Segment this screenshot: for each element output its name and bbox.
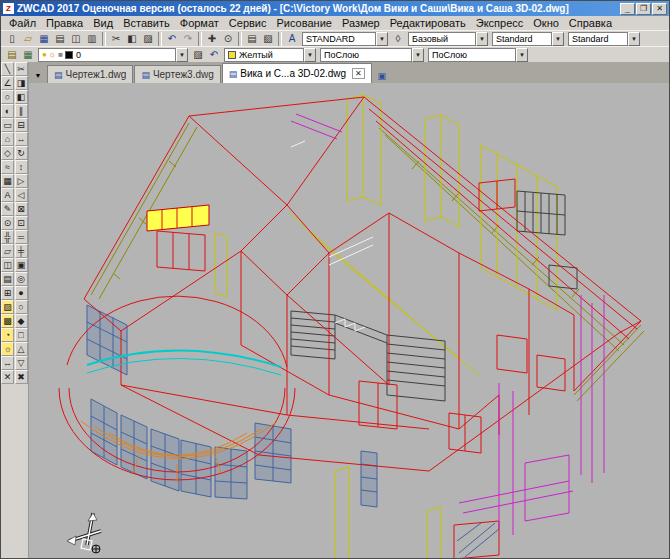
menu-item-dimension[interactable]: Размер (337, 17, 385, 29)
tool-ray-icon[interactable]: ∠ (1, 76, 14, 90)
close-button[interactable]: ✕ (652, 3, 667, 15)
separator[interactable] (278, 32, 282, 46)
tool-break-icon[interactable]: ⊡ (15, 216, 28, 230)
separator[interactable] (198, 32, 202, 46)
tool-trim-icon[interactable]: ◁ (15, 188, 28, 202)
layer-manager-icon[interactable]: ▤ (4, 48, 20, 62)
match-properties-icon[interactable]: ▧ (260, 32, 276, 46)
tool-table-icon[interactable]: ◫ (1, 258, 14, 272)
menu-item-insert[interactable]: Вставить (118, 17, 175, 29)
tool-scale-icon[interactable]: ↕ (15, 160, 28, 174)
tool-move-icon[interactable]: ↔ (15, 132, 28, 146)
tool-delete-icon[interactable]: ✖ (15, 370, 28, 384)
text-style-icon[interactable]: A (284, 32, 300, 46)
redo-icon[interactable]: ↷ (180, 32, 196, 46)
print-preview-icon[interactable]: ◫ (68, 32, 84, 46)
tab-drawing3[interactable]: ▤ Чертеж3.dwg (134, 65, 220, 83)
tool-hatch-icon[interactable]: ▦ (1, 174, 14, 188)
separator[interactable] (158, 32, 162, 46)
tool-offset-icon[interactable]: ∥ (15, 104, 28, 118)
tab-active-drawing[interactable]: ▤ Вика и С...а 3D-02.dwg ✕ (222, 63, 372, 83)
tab-drawing1[interactable]: ▤ Чертеж1.dwg (47, 65, 133, 83)
chevron-down-icon[interactable]: ▼ (176, 48, 188, 62)
tool-line-icon[interactable]: ╲ (1, 62, 14, 76)
tool-copy-icon[interactable]: ◨ (15, 76, 28, 90)
tool-light-icon[interactable]: ☼ (1, 342, 14, 356)
tool-pedit-icon[interactable]: ● (15, 286, 28, 300)
tool-sketch-icon[interactable]: ✎ (1, 202, 14, 216)
layer-previous-icon[interactable]: ↶ (206, 48, 222, 62)
tool-align-icon[interactable]: ↔ (1, 356, 14, 370)
tool-xline-icon[interactable]: ╬ (1, 230, 14, 244)
dim-style-icon[interactable]: ◊ (390, 32, 406, 46)
layer-combobox[interactable]: ● ☼ ■ 0 ▼ (38, 48, 188, 62)
cut-icon[interactable]: ✂ (108, 32, 124, 46)
pan-icon[interactable]: ✚ (204, 32, 220, 46)
separator[interactable] (102, 32, 106, 46)
color-combobox[interactable]: Желтый ▼ (224, 48, 316, 62)
paste-icon[interactable]: ▨ (140, 32, 156, 46)
tab-list-dropdown-icon[interactable]: ▼ (32, 69, 44, 83)
layer-states-icon[interactable]: ▦ (20, 48, 36, 62)
properties-icon[interactable]: ▤ (244, 32, 260, 46)
tool-rectangle-icon[interactable]: ▭ (1, 118, 14, 132)
tool-erase-icon[interactable]: ✂ (15, 62, 28, 76)
tool-join-icon[interactable]: ◎ (15, 272, 28, 286)
tool-insert-icon[interactable]: ⊞ (1, 286, 14, 300)
menu-item-draw[interactable]: Рисование (272, 17, 337, 29)
menu-item-help[interactable]: Справка (564, 17, 617, 29)
tool-polygon-icon[interactable]: ⌂ (1, 132, 14, 146)
tool-fillet-icon[interactable]: ╪ (15, 244, 28, 258)
tool-text-icon[interactable]: A (1, 188, 14, 202)
menu-item-view[interactable]: Вид (88, 17, 118, 29)
chevron-down-icon[interactable]: ▼ (476, 32, 488, 46)
tool-extend-icon[interactable]: ⊠ (15, 202, 28, 216)
chevron-down-icon[interactable]: ▼ (376, 32, 388, 46)
tool-divide-icon[interactable]: ○ (15, 300, 28, 314)
plot-icon[interactable]: ▤ (52, 32, 68, 46)
tool-point-icon[interactable]: ⊙ (1, 216, 14, 230)
menu-item-format[interactable]: Формат (175, 17, 224, 29)
tool-donut-icon[interactable]: ▽ (15, 356, 28, 370)
tool-revcloud-icon[interactable]: ◔ (1, 328, 14, 342)
save-icon[interactable]: ▦ (36, 32, 52, 46)
tool-rotate-icon[interactable]: ↻ (15, 146, 28, 160)
zoom-icon[interactable]: ⊙ (220, 32, 236, 46)
table-style-combobox[interactable]: Standard ▼ (492, 32, 564, 46)
drawing-canvas[interactable] (29, 83, 669, 558)
tool-wipeout-icon[interactable]: ▩ (1, 314, 14, 328)
tab-close-icon[interactable]: ✕ (352, 68, 365, 79)
chevron-down-icon[interactable]: ▼ (516, 48, 528, 62)
tool-circle-icon[interactable]: ○ (1, 90, 14, 104)
separator[interactable] (238, 32, 242, 46)
tool-solid-icon[interactable]: △ (15, 342, 28, 356)
copy-clip-icon[interactable]: ◧ (124, 32, 140, 46)
new-file-icon[interactable]: ▯ (4, 32, 20, 46)
tool-spline-icon[interactable]: ≈ (1, 160, 14, 174)
tool-erase2-icon[interactable]: ✕ (1, 370, 14, 384)
tool-boundary-icon[interactable]: □ (15, 328, 28, 342)
open-folder-icon[interactable]: ▱ (20, 32, 36, 46)
menu-item-file[interactable]: Файл (4, 17, 41, 29)
tool-chamfer-icon[interactable]: ═ (15, 230, 28, 244)
tool-gradient-icon[interactable]: ▨ (1, 300, 14, 314)
chevron-down-icon[interactable]: ▼ (552, 32, 564, 46)
make-object-layer-icon[interactable]: ▨ (190, 48, 206, 62)
menu-item-modify[interactable]: Редактировать (385, 17, 471, 29)
tool-stretch-icon[interactable]: ▷ (15, 174, 28, 188)
maximize-button[interactable]: ❐ (636, 3, 651, 15)
tool-array-icon[interactable]: ⊟ (15, 118, 28, 132)
undo-icon[interactable]: ↶ (164, 32, 180, 46)
chevron-down-icon[interactable]: ▼ (304, 48, 316, 62)
tool-ellipse-icon[interactable]: ◇ (1, 146, 14, 160)
tool-explode-icon[interactable]: ▣ (15, 258, 28, 272)
tool-region-icon[interactable]: ▱ (1, 244, 14, 258)
menu-item-express[interactable]: Экспресс (471, 17, 529, 29)
publish-icon[interactable]: ▥ (84, 32, 100, 46)
minimize-button[interactable]: _ (620, 3, 635, 15)
tool-arc-icon[interactable]: ◐ (1, 104, 14, 118)
linetype-combobox[interactable]: ПоСлою ▼ (320, 48, 424, 62)
menu-item-window[interactable]: Окно (528, 17, 564, 29)
menu-item-tools[interactable]: Сервис (224, 17, 272, 29)
chevron-down-icon[interactable]: ▼ (628, 32, 640, 46)
